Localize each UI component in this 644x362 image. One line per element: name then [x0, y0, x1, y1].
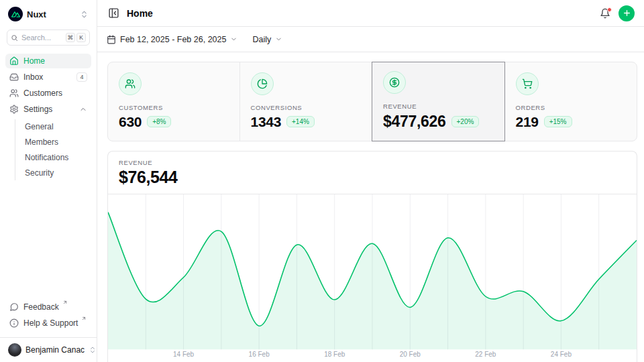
chart-plot — [108, 194, 637, 362]
sidebar-item-label: Customers — [23, 88, 62, 98]
shopping-cart-icon — [516, 72, 539, 95]
sidebar-item-label: Settings — [23, 105, 52, 114]
nuxt-logo-icon — [8, 7, 23, 21]
page-title: Home — [127, 8, 153, 19]
sidebar-item-general[interactable]: General — [21, 119, 91, 134]
feedback-link[interactable]: Feedback — [5, 300, 91, 314]
stat-value: 1343 — [251, 114, 282, 130]
top-header: Home — [97, 0, 644, 27]
inbox-count-badge: 4 — [76, 72, 87, 82]
dashboard-content: CUSTOMERS 630 +8% CONVERSIONS 1343 +14% — [97, 52, 644, 362]
filter-toolbar: Feb 12, 2025 - Feb 26, 2025 Daily — [97, 27, 644, 52]
notifications-button[interactable] — [598, 7, 612, 20]
settings-sub-list: General Members Notifications Security — [15, 119, 91, 180]
external-link-icon — [62, 300, 68, 305]
stat-card-orders[interactable]: ORDERS 219 +15% — [504, 62, 638, 141]
sidebar-item-label: Inbox — [23, 72, 43, 82]
sidebar: Nuxt Search... ⌘ K Home — [0, 0, 97, 362]
inbox-icon — [9, 72, 19, 82]
main-area: Home Feb 12, 2 — [97, 0, 644, 362]
circle-dollar-icon — [383, 71, 406, 94]
message-circle-icon — [9, 302, 19, 312]
search-placeholder: Search... — [21, 34, 51, 42]
stat-label: CONVERSIONS — [251, 104, 362, 111]
app-root: Nuxt Search... ⌘ K Home — [0, 0, 644, 362]
gear-icon — [9, 105, 19, 114]
chevron-up-icon — [79, 105, 87, 113]
stat-label: REVENUE — [383, 103, 494, 110]
home-icon — [9, 56, 19, 66]
chevron-up-down-icon — [89, 346, 97, 354]
kbd-cmd: ⌘ — [66, 33, 76, 42]
search-input[interactable]: Search... ⌘ K — [7, 29, 90, 46]
plus-icon — [623, 9, 631, 17]
stat-card-revenue[interactable]: REVENUE $477,626 +20% — [372, 62, 505, 141]
chevron-up-down-icon — [80, 10, 89, 19]
delta-badge: +15% — [544, 116, 572, 127]
x-axis-labels: 14 Feb16 Feb18 Feb20 Feb22 Feb24 Feb — [108, 351, 637, 360]
date-range-label: Feb 12, 2025 - Feb 26, 2025 — [120, 35, 226, 44]
chart-metric-value: $76,544 — [119, 168, 626, 187]
header-actions — [598, 5, 635, 21]
chevron-down-icon — [230, 36, 237, 43]
feedback-label: Feedback — [23, 302, 59, 312]
sidebar-item-label: Home — [23, 56, 45, 66]
stat-card-conversions[interactable]: CONVERSIONS 1343 +14% — [239, 62, 373, 141]
sidebar-item-customers[interactable]: Customers — [5, 86, 91, 101]
sidebar-nav: Home Inbox 4 Customers Settings — [5, 54, 91, 180]
sidebar-collapse-button[interactable] — [107, 6, 121, 20]
user-name: Benjamin Canac — [25, 345, 85, 355]
calendar-icon — [107, 35, 116, 44]
help-support-label: Help & Support — [23, 318, 78, 328]
stat-card-customers[interactable]: CUSTOMERS 630 +8% — [107, 62, 240, 141]
notification-dot — [607, 7, 612, 12]
period-label: Daily — [252, 35, 271, 44]
add-button[interactable] — [619, 5, 635, 21]
x-tick-label: 24 Feb — [551, 351, 572, 358]
kbd-k: K — [76, 33, 86, 42]
info-circle-icon — [9, 318, 19, 328]
search-shortcut: ⌘ K — [66, 33, 87, 42]
date-range-picker[interactable]: Feb 12, 2025 - Feb 26, 2025 — [107, 35, 237, 44]
team-switcher[interactable]: Nuxt — [5, 5, 91, 23]
sidebar-item-security[interactable]: Security — [21, 166, 91, 180]
chart-pie-icon — [251, 72, 274, 95]
avatar — [8, 343, 21, 357]
help-support-link[interactable]: Help & Support — [5, 316, 91, 330]
x-tick-label: 20 Feb — [400, 351, 421, 358]
stats-grid: CUSTOMERS 630 +8% CONVERSIONS 1343 +14% — [107, 62, 637, 141]
sidebar-item-settings[interactable]: Settings — [5, 102, 91, 117]
users-icon — [9, 88, 19, 98]
brand-name: Nuxt — [27, 9, 46, 19]
chevron-down-icon — [275, 36, 282, 43]
x-tick-label: 18 Feb — [324, 351, 345, 358]
revenue-chart-panel: REVENUE $76,544 14 Feb16 Feb18 Feb20 Feb… — [107, 151, 637, 362]
external-link-icon — [81, 316, 87, 321]
revenue-area-chart[interactable]: 14 Feb16 Feb18 Feb20 Feb22 Feb24 Feb — [108, 194, 637, 362]
sidebar-item-inbox[interactable]: Inbox 4 — [5, 70, 91, 84]
user-section: Benjamin Canac — [0, 337, 97, 362]
period-select[interactable]: Daily — [252, 35, 282, 44]
sidebar-footer: Feedback Help & Support — [5, 300, 91, 333]
search-icon — [11, 34, 18, 42]
stat-label: CUSTOMERS — [119, 104, 229, 111]
stat-value: 630 — [119, 114, 142, 130]
sidebar-item-notifications[interactable]: Notifications — [21, 150, 91, 165]
user-menu[interactable]: Benjamin Canac — [7, 342, 90, 358]
stat-label: ORDERS — [516, 104, 627, 111]
chart-header: REVENUE $76,544 — [108, 152, 637, 194]
stat-value: 219 — [516, 114, 539, 130]
chart-metric-label: REVENUE — [119, 159, 626, 166]
delta-badge: +8% — [147, 116, 171, 127]
x-tick-label: 22 Feb — [475, 351, 496, 358]
stat-value: $477,626 — [383, 113, 446, 131]
delta-badge: +20% — [451, 116, 480, 127]
users-icon — [119, 72, 142, 95]
sidebar-item-members[interactable]: Members — [21, 135, 91, 149]
x-tick-label: 16 Feb — [249, 351, 270, 358]
x-tick-label: 14 Feb — [173, 351, 194, 358]
delta-badge: +14% — [286, 116, 315, 127]
sidebar-item-home[interactable]: Home — [5, 54, 91, 68]
panel-left-close-icon — [108, 7, 119, 19]
